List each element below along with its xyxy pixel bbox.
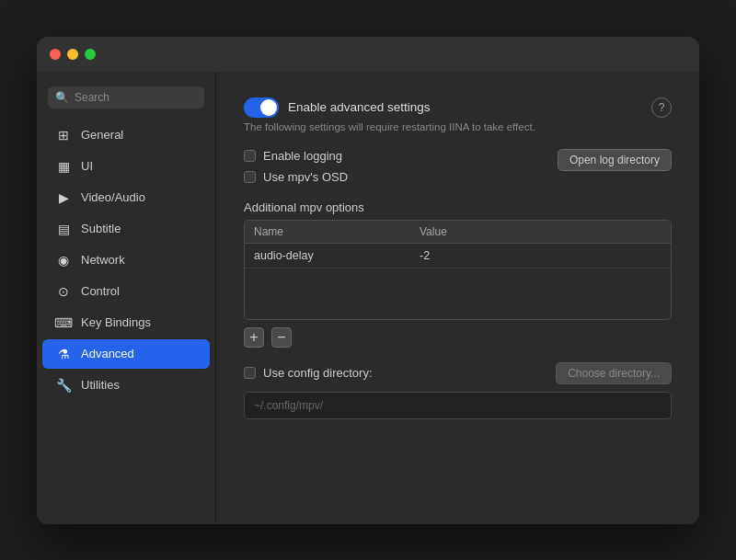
use-mpv-osd-label: Use mpv's OSD [263,170,348,184]
main-content: 🔍 Search ⊞ General ▦ UI ▶ Video/Audio ▤ … [37,72,699,524]
table-row[interactable]: audio-delay -2 [245,244,671,269]
config-path-display: ~/.config/mpv/ [244,392,672,419]
search-bar[interactable]: 🔍 Search [48,86,204,109]
sidebar-item-label: Video/Audio [81,190,145,204]
table-cell-name: audio-delay [254,249,420,262]
add-row-button[interactable]: + [244,327,264,348]
sidebar-item-label: Advanced [81,347,134,360]
traffic-lights [50,49,96,60]
sidebar-item-label: Utilities [81,378,120,392]
sidebar-item-general[interactable]: ⊞ General [42,120,210,150]
toggle-row: Enable advanced settings [244,97,431,118]
advanced-settings-toggle[interactable] [244,97,279,118]
sidebar-item-label: General [81,128,123,142]
sidebar-item-label: Control [81,284,120,298]
maximize-button[interactable] [85,49,96,60]
search-input: Search [75,91,197,104]
enable-logging-row: Enable logging [244,149,348,163]
advanced-icon: ⚗ [55,346,72,362]
table-actions: + − [244,327,672,348]
table-header: Name Value [245,221,671,244]
config-dir-left: Use config directory: [244,366,373,380]
general-icon: ⊞ [55,127,72,143]
open-log-directory-button[interactable]: Open log directory [558,149,672,171]
content-area: Enable advanced settings ? The following… [216,72,699,524]
sidebar-item-label: Subtitle [81,222,121,235]
preferences-window: 🔍 Search ⊞ General ▦ UI ▶ Video/Audio ▤ … [37,37,699,524]
sidebar-item-control[interactable]: ⊙ Control [42,277,210,306]
search-icon: 🔍 [55,91,69,104]
ui-icon: ▦ [55,158,72,175]
sidebar-item-video-audio[interactable]: ▶ Video/Audio [42,183,210,212]
control-icon: ⊙ [55,283,72,300]
minimize-button[interactable] [67,49,78,60]
close-button[interactable] [50,49,61,60]
header-row: Enable advanced settings ? [244,97,672,118]
sidebar-item-network[interactable]: ◉ Network [42,246,210,275]
sidebar-item-label: Network [81,253,125,267]
subtitle-icon: ▤ [55,221,72,237]
sidebar-item-label: UI [81,159,93,173]
table-header-value: Value [420,225,447,238]
table-header-name: Name [254,225,420,238]
sidebar-item-ui[interactable]: ▦ UI [42,152,210,181]
section-title: Enable advanced settings [288,100,431,114]
config-section: Use config directory: Choose directory..… [244,362,672,419]
use-mpv-osd-row: Use mpv's OSD [244,170,348,184]
help-button[interactable]: ? [651,97,672,118]
mpv-options-label: Additional mpv options [244,200,364,214]
table-empty-space [245,269,671,319]
enable-logging-label: Enable logging [263,149,342,163]
sidebar-item-advanced[interactable]: ⚗ Advanced [42,339,210,369]
config-dir-row: Use config directory: Choose directory..… [244,362,672,384]
sidebar: 🔍 Search ⊞ General ▦ UI ▶ Video/Audio ▤ … [37,72,216,524]
sidebar-item-key-bindings[interactable]: ⌨ Key Bindings [42,308,210,337]
table-cell-value: -2 [420,249,430,262]
use-mpv-osd-checkbox[interactable] [244,171,256,183]
title-bar [37,37,699,72]
utilities-icon: 🔧 [55,377,72,394]
use-config-dir-label: Use config directory: [263,366,373,380]
network-icon: ◉ [55,252,72,269]
sidebar-item-utilities[interactable]: 🔧 Utilities [42,371,210,400]
enable-logging-checkbox[interactable] [244,150,256,162]
section-subtitle: The following settings will require rest… [244,121,672,132]
sidebar-item-label: Key Bindings [81,315,151,329]
use-config-dir-checkbox[interactable] [244,367,256,379]
sidebar-item-subtitle[interactable]: ▤ Subtitle [42,214,210,244]
mpv-options-table: Name Value audio-delay -2 [244,220,672,320]
remove-row-button[interactable]: − [271,327,292,348]
choose-directory-button[interactable]: Choose directory... [556,362,672,384]
key-bindings-icon: ⌨ [55,314,72,331]
mpv-options-row: Additional mpv options [244,200,672,214]
video-audio-icon: ▶ [55,189,72,206]
